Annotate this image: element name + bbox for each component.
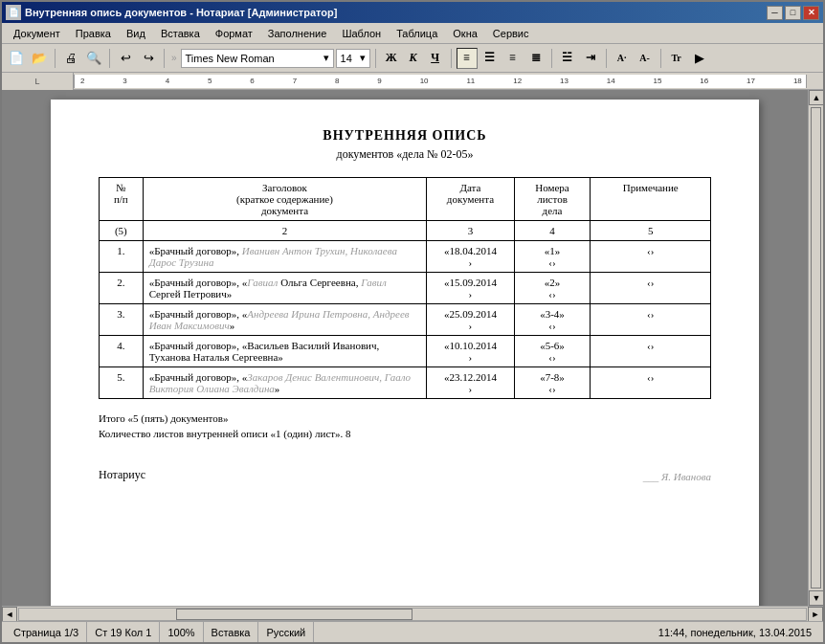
table-row: 4. «Брачный договор», «Васильев Василий … [100,336,711,367]
row2-sheets: «2»‹› [514,273,591,304]
new-button[interactable]: 📄 [6,48,27,69]
table-row: 5. «Брачный договор», «Закаров Денис Вал… [100,367,711,399]
title-bar: 📄 Внутренняя опись документов - Нотариат… [2,2,823,23]
menu-view[interactable]: Вид [119,26,153,41]
sub-date: 3 [427,221,514,241]
table-subheader-row: (5) 2 3 4 5 [100,221,711,241]
document-table: №п/п Заголовок(краткое содержание)докуме… [99,177,711,399]
th-title: Заголовок(краткое содержание)документа [143,178,427,221]
row2-blurred: Гавиал [247,277,278,288]
scroll-thumb[interactable] [811,107,821,588]
row1-blurred: Иванивн Антон Трухин, Николаева Дарос Тр… [149,245,397,268]
menu-template[interactable]: Шаблон [334,26,389,41]
toolbar-separator-4 [375,49,376,68]
menu-fill[interactable]: Заполнение [260,26,335,41]
scroll-h-thumb[interactable] [176,609,412,620]
font-size-arrow: ▾ [360,52,366,64]
menu-windows[interactable]: Окна [445,26,485,41]
status-bar: Страница 1/3 Ст 19 Кол 1 100% Вставка Ру… [2,621,823,642]
close-button[interactable]: ✕ [803,6,819,20]
toolbar-separator-6 [551,49,552,68]
document-scroll-area[interactable]: ВНУТРЕННЯЯ ОПИСЬ документов «дела № 02-0… [2,90,808,606]
print-button[interactable]: 🖨 [60,48,81,69]
open-button[interactable]: 📂 [29,48,50,69]
menu-document[interactable]: Документ [6,26,68,41]
row3-blurred: Андреева Ирина Петровна, Андреев Иван Ма… [149,308,410,331]
status-mode: Вставка [204,622,259,642]
special-button[interactable]: Tr [666,48,687,69]
row2-num: 2. [100,273,144,304]
extra-button[interactable]: ▶ [689,48,710,69]
menu-format[interactable]: Формат [208,26,260,41]
minimize-button[interactable]: ─ [767,6,783,20]
sub-sheets: 4 [514,221,591,241]
bold-button[interactable]: Ж [381,48,402,69]
align-right-button[interactable]: ≡ [502,48,524,69]
preview-button[interactable]: 🔍 [83,48,104,69]
font-size-box[interactable]: 14 ▾ [336,49,370,68]
status-page: Страница 1/3 [6,622,87,642]
highlight-button[interactable]: A- [635,48,656,69]
window-controls: ─ □ ✕ [767,6,819,20]
document-page: ВНУТРЕННЯЯ ОПИСЬ документов «дела № 02-0… [51,100,759,606]
align-left-button[interactable]: ≡ [457,48,478,69]
scroll-right-button[interactable]: ► [808,607,823,622]
menu-service[interactable]: Сервис [485,26,537,41]
row1-date: «18.04.2014› [427,241,514,273]
menu-bar: Документ Правка Вид Вставка Формат Запол… [2,23,823,44]
menu-table[interactable]: Таблица [389,26,445,41]
toolbar-separator-2 [109,49,110,68]
row1-title: «Брачный договор», Иванивн Антон Трухин,… [143,241,427,273]
horizontal-scrollbar[interactable]: ◄ ► [2,606,823,621]
toolbar-separator-7 [606,49,607,68]
font-name-value: Times New Roman [186,53,275,64]
table-row: 3. «Брачный договор», «Андреева Ирина Пе… [100,304,711,336]
row1-note: ‹› [591,241,711,273]
row3-num: 3. [100,304,144,336]
underline-button[interactable]: Ч [425,48,446,69]
row4-sheets: «5-6»‹› [514,336,591,367]
row5-note: ‹› [591,367,711,399]
status-time: 11:44, понедельник, 13.04.2015 [651,622,819,642]
row5-num: 5. [100,367,144,399]
total-line1: Итого «5 (пять) документов» [99,412,711,424]
undo-button[interactable]: ↩ [115,48,136,69]
app-icon: 📄 [6,5,21,20]
ruler: L 2 3 4 5 6 7 8 9 10 11 12 13 14 15 16 1… [2,73,823,90]
notary-label: Нотариус [99,468,145,482]
format-buttons: Ж К Ч [381,48,446,69]
vertical-scrollbar[interactable]: ▲ ▼ [808,90,823,606]
menu-edit[interactable]: Правка [68,26,119,41]
scroll-down-button[interactable]: ▼ [809,590,823,606]
row2-title: «Брачный договор», «Гавиал Ольга Сергеев… [143,273,427,304]
row1-num: 1. [100,241,144,273]
th-date: Датадокумента [427,178,514,221]
scroll-left-button[interactable]: ◄ [2,607,17,622]
main-window: 📄 Внутренняя опись документов - Нотариат… [0,0,825,644]
menu-insert[interactable]: Вставка [153,26,208,41]
font-name-box[interactable]: Times New Roman ▾ [181,49,334,68]
font-size-value: 14 [341,53,352,64]
row5-blurred: Закаров Денис Валентинович, Гаало Виктор… [149,371,411,394]
ruler-left-margin: L [2,73,74,90]
sub-num: (5) [100,221,144,241]
indent-button[interactable]: ⇥ [580,48,601,69]
scroll-h-track[interactable] [18,608,807,621]
toolbar-separator-5 [451,49,452,68]
row3-title: «Брачный договор», «Андреева Ирина Петро… [143,304,427,336]
font-name-arrow: ▾ [323,52,329,64]
toolbar-separator-1 [55,49,56,68]
scroll-up-button[interactable]: ▲ [809,90,823,105]
italic-button[interactable]: К [403,48,424,69]
row5-date: «23.12.2014› [427,367,514,399]
status-lang: Русский [258,622,314,642]
toolbar-expand[interactable]: » [169,53,179,63]
row2-blurred2: Гавил [361,277,387,288]
maximize-button[interactable]: □ [785,6,801,20]
list-button[interactable]: ☱ [557,48,578,69]
align-justify-button[interactable]: ≣ [525,48,546,69]
font-color-button[interactable]: A· [612,48,633,69]
toolbar-separator-3 [164,49,165,68]
redo-button[interactable]: ↪ [138,48,159,69]
align-center-button[interactable]: ☰ [479,48,501,69]
